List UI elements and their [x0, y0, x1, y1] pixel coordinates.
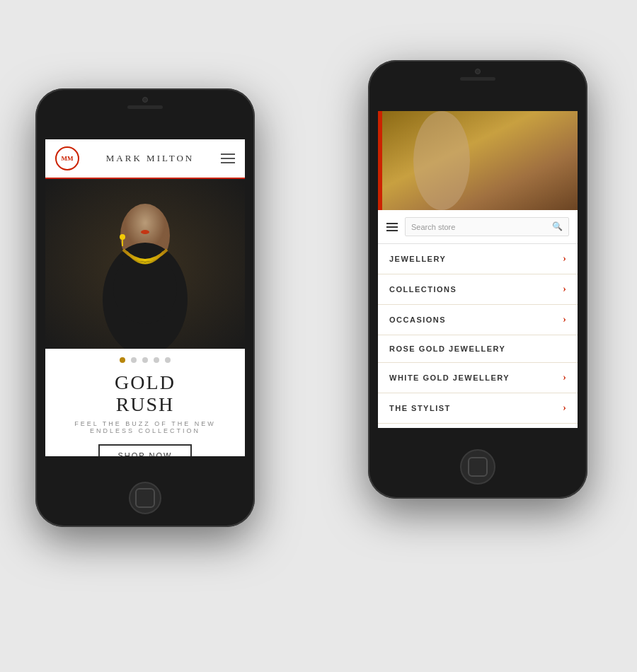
nav-item[interactable]: OCCASIONS› [378, 305, 578, 335]
slide-dots [45, 349, 245, 369]
hero-illustration [45, 179, 245, 349]
phone2-speaker [460, 77, 495, 81]
nav-header: Search store 🔍 [378, 210, 578, 244]
nav-item-label: THE STYLIST [389, 404, 451, 412]
dot-3[interactable] [142, 357, 148, 363]
nav-item-label: OCCASIONS [389, 315, 446, 324]
phone-1: MM MARK MILTON [35, 88, 255, 527]
nav-list: JEWELLERY›COLLECTIONS›OCCASIONS›ROSE GOL… [378, 244, 578, 428]
nav-item-label: WHITE GOLD JEWELLERY [389, 373, 510, 382]
nav-item-label: JEWELLERY [389, 255, 446, 263]
dot-2[interactable] [131, 357, 137, 363]
phone1-home-button[interactable] [129, 482, 161, 514]
nav-item[interactable]: WHITE GOLD JEWELLERY› [378, 363, 578, 393]
nav-item[interactable]: ROSE GOLD JEWELLERY [378, 335, 578, 363]
nav-chevron-icon: › [563, 284, 566, 295]
phone2-camera [475, 69, 481, 74]
phone2-hero-partial [378, 111, 578, 210]
phone2-screen: Search store 🔍 JEWELLERY›COLLECTIONS›OCC… [378, 111, 578, 428]
phone1-top [79, 88, 211, 109]
search-icon[interactable]: 🔍 [552, 221, 563, 232]
nav-chevron-icon: › [563, 314, 566, 325]
red-accent-bar [378, 111, 382, 210]
dot-4[interactable] [154, 357, 159, 363]
phone2-home-button[interactable] [460, 449, 495, 485]
store-header: MM MARK MILTON [45, 139, 245, 179]
phone1-camera [142, 97, 148, 103]
phone-2: Search store 🔍 JEWELLERY›COLLECTIONS›OCC… [368, 60, 587, 499]
dot-1[interactable] [120, 357, 125, 363]
nav-item[interactable]: My Account [378, 424, 578, 428]
nav-chevron-icon: › [563, 253, 566, 265]
phone2-top [412, 60, 544, 81]
phone2-hero-bg [378, 111, 578, 210]
dot-5[interactable] [165, 357, 171, 363]
nav-item-label: ROSE GOLD JEWELLERY [389, 344, 505, 353]
hero-subtitle: FEEL THE BUZZ OF THE NEW ENDLESS COLLECT… [59, 420, 231, 434]
phone1-screen: MM MARK MILTON [45, 139, 245, 456]
nav-item[interactable]: COLLECTIONS› [378, 274, 578, 305]
phone1-speaker [127, 105, 163, 109]
svg-rect-7 [378, 111, 578, 210]
scene: MM MARK MILTON [14, 18, 623, 654]
hero-image [45, 179, 245, 349]
svg-point-4 [141, 230, 149, 234]
nav-item[interactable]: THE STYLIST› [378, 393, 578, 424]
search-placeholder: Search store [411, 223, 455, 231]
search-bar[interactable]: Search store 🔍 [405, 217, 569, 236]
shop-now-button[interactable]: SHOP NOW [98, 444, 193, 456]
nav-item-label: COLLECTIONS [389, 285, 457, 294]
phone2-home-button-inner [468, 457, 488, 477]
hero-heading: GOLD RUSH [59, 372, 231, 416]
phone1-home-button-inner [135, 488, 155, 508]
nav-chevron-icon: › [563, 402, 566, 414]
brand-logo: MM [55, 146, 79, 170]
svg-point-8 [413, 111, 470, 210]
hero-text-section: GOLD RUSH FEEL THE BUZZ OF THE NEW ENDLE… [45, 369, 245, 456]
store-name: MARK MILTON [106, 153, 194, 164]
hamburger-menu-icon[interactable] [221, 153, 235, 163]
nav-hamburger-icon[interactable] [386, 223, 398, 231]
nav-chevron-icon: › [563, 372, 566, 383]
nav-item[interactable]: JEWELLERY› [378, 244, 578, 274]
svg-point-5 [120, 234, 125, 240]
